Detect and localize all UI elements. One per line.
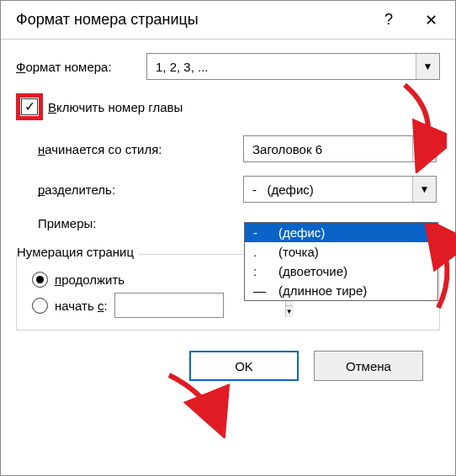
highlight-box: ✓: [16, 93, 43, 120]
separator-option[interactable]: . (точка): [245, 242, 437, 262]
separator-option[interactable]: — (длинное тире): [245, 281, 437, 300]
group-label: Нумерация страниц: [17, 245, 139, 259]
help-button[interactable]: ?: [368, 1, 410, 40]
startat-label: начать с:: [55, 299, 108, 313]
include-chapter-row: ✓ Включить номер главы: [16, 93, 440, 120]
include-chapter-checkbox[interactable]: ✓: [21, 98, 38, 115]
separator-dropdown-list: - (дефис) . (точка) : (двоеточие) — (дли…: [244, 222, 438, 301]
separator-option[interactable]: : (двоеточие): [245, 262, 437, 281]
style-combo[interactable]: Заголовок 6 ▼: [243, 135, 437, 162]
format-combo-button[interactable]: ▼: [416, 54, 439, 79]
format-combo-value: 1, 2, 3, ...: [147, 60, 416, 74]
startat-radio[interactable]: [32, 298, 48, 314]
startat-spinner[interactable]: ▲ ▼: [114, 293, 224, 318]
style-combo-value: Заголовок 6: [244, 142, 412, 156]
chevron-down-icon: ▼: [420, 183, 430, 195]
style-row: начинается со стиля: Заголовок 6 ▼: [16, 135, 440, 162]
cancel-button[interactable]: Отмена: [314, 351, 423, 381]
spinner-down[interactable]: ▼: [286, 306, 293, 318]
close-button[interactable]: ✕: [410, 1, 452, 40]
continue-radio[interactable]: [32, 272, 48, 288]
style-combo-button[interactable]: ▼: [412, 136, 436, 161]
separator-option[interactable]: - (дефис): [245, 223, 437, 242]
button-bar: OK Отмена: [16, 331, 440, 381]
page-number-format-dialog: Формат номера страницы ? ✕ Формат номера…: [0, 0, 456, 476]
separator-combo-button[interactable]: ▼: [412, 177, 436, 202]
format-combo[interactable]: 1, 2, 3, ... ▼: [146, 53, 440, 80]
chevron-down-icon: ▼: [423, 61, 433, 72]
ok-button[interactable]: OK: [189, 351, 299, 381]
examples-label: Примеры:: [16, 216, 243, 230]
content: Формат номера: 1, 2, 3, ... ▼ ✓ Включить…: [1, 40, 455, 381]
dialog-title: Формат номера страницы: [16, 11, 368, 29]
titlebar: Формат номера страницы ? ✕: [1, 1, 455, 40]
chevron-down-icon: ▼: [420, 143, 430, 155]
include-chapter-label: Включить номер главы: [48, 100, 183, 114]
arrow-annotation-ok: [161, 371, 253, 438]
separator-label: разделитель:: [16, 182, 243, 197]
separator-row: разделитель: - (дефис) ▼: [16, 176, 440, 203]
separator-combo-value: - (дефис): [244, 182, 412, 197]
separator-combo[interactable]: - (дефис) ▼: [243, 176, 437, 203]
continue-label: продолжить: [55, 272, 125, 287]
format-label: Формат номера:: [16, 60, 146, 74]
style-label: начинается со стиля:: [16, 142, 243, 156]
format-row: Формат номера: 1, 2, 3, ... ▼: [16, 53, 440, 80]
